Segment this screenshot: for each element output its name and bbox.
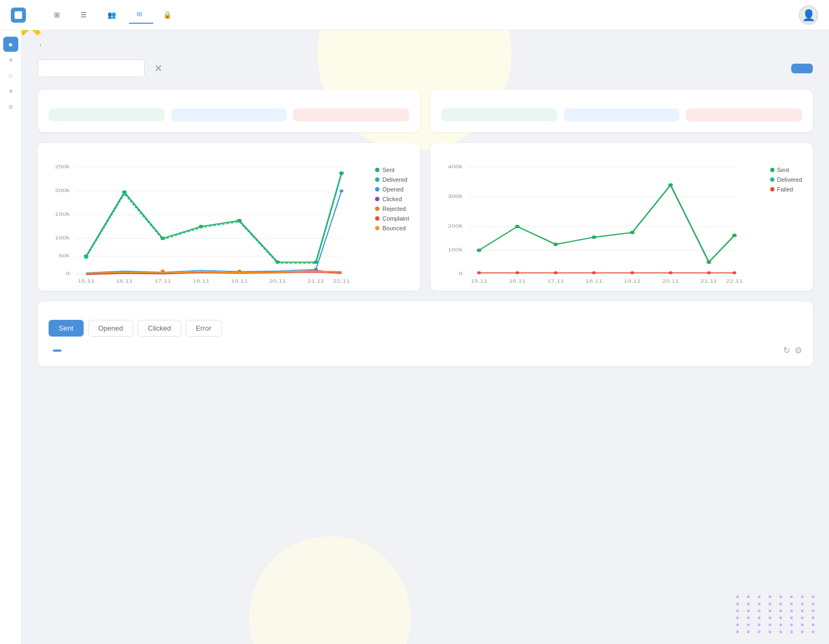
svg-point-66 — [707, 271, 711, 275]
settings-button[interactable]: ⚙ — [794, 345, 802, 355]
marketing-icon: ✉ — [137, 10, 142, 18]
svg-point-28 — [84, 256, 88, 259]
avatar[interactable]: 👤 — [799, 5, 818, 25]
email-chart-legend: Sent Delivered Opened Clicked — [375, 167, 409, 231]
svg-text:18.11: 18.11 — [193, 278, 209, 284]
dashboard-icon: ⊞ — [54, 11, 60, 19]
svg-point-54 — [553, 243, 558, 246]
date-filter-row: ✕ — [38, 59, 813, 77]
svg-point-63 — [592, 271, 596, 275]
svg-text:16.11: 16.11 — [509, 278, 526, 284]
sms-stats-section — [431, 90, 813, 132]
sms-chart-area: 400k 300k 200k 100k 0 15.11 16.11 — [441, 161, 802, 280]
refresh-button[interactable]: ↻ — [783, 345, 790, 355]
campaigns-badge — [53, 350, 62, 352]
sms-delivered-card — [564, 108, 680, 121]
tab-sent[interactable]: Sent — [49, 320, 84, 337]
svg-text:250k: 250k — [55, 163, 70, 169]
legend-rejected-label: Rejected — [382, 205, 405, 212]
nav-items: ⊞ ☰ 👥 ✉ 🔒 — [46, 6, 799, 24]
legend-rejected: Rejected — [375, 205, 409, 212]
svg-point-58 — [706, 261, 711, 264]
svg-point-64 — [630, 271, 634, 275]
sidebar-btn-notifications[interactable]: ● — [3, 37, 18, 52]
svg-point-31 — [339, 189, 343, 193]
svg-point-65 — [669, 271, 672, 275]
sidebar: ● ○ ≡ — [0, 30, 22, 644]
segments-icon: ☰ — [80, 11, 87, 19]
date-input[interactable] — [38, 59, 145, 77]
svg-text:22.11: 22.11 — [726, 278, 743, 284]
legend-opened: Opened — [375, 186, 409, 193]
navbar: ⊞ ☰ 👥 ✉ 🔒 👤 — [0, 0, 829, 30]
svg-text:400k: 400k — [448, 163, 463, 169]
sms-stat-cards — [441, 108, 802, 121]
email-chart-area: 250k 200k 150k 100k 50k 0 — [49, 161, 409, 280]
sidebar-btn-settings[interactable]: ○ — [3, 68, 18, 83]
legend-complaint: Complaint — [375, 215, 409, 222]
sms-legend-failed-label: Failed — [777, 186, 793, 193]
svg-text:15.11: 15.11 — [471, 278, 487, 284]
sidebar-divider — [9, 58, 12, 61]
tab-clicked[interactable]: Clicked — [138, 320, 181, 337]
email-failed-card — [293, 108, 409, 121]
leaderboard-section: Sent Opened Clicked Error ↻ ⚙ — [38, 302, 813, 366]
nav-item-segments[interactable]: ☰ — [73, 6, 98, 23]
svg-text:20.11: 20.11 — [662, 278, 679, 284]
breadcrumb: › — [38, 41, 813, 49]
svg-text:200k: 200k — [448, 223, 463, 229]
nav-item-dashboard[interactable]: ⊞ — [46, 6, 71, 23]
legend-sent: Sent — [375, 167, 409, 173]
sms-legend-delivered: Delivered — [770, 176, 802, 183]
sms-chart-legend: Sent Delivered Failed — [770, 167, 802, 193]
svg-text:19.11: 19.11 — [624, 278, 641, 284]
email-chart-section: 250k 200k 150k 100k 50k 0 — [38, 143, 420, 291]
legend-complaint-label: Complaint — [382, 215, 409, 222]
legend-sent-label: Sent — [382, 167, 395, 173]
tab-error[interactable]: Error — [186, 320, 222, 337]
svg-point-59 — [732, 234, 737, 237]
svg-text:21.11: 21.11 — [701, 278, 717, 284]
logo-icon — [11, 8, 26, 23]
sms-legend-sent-label: Sent — [777, 167, 790, 173]
sms-legend-sent: Sent — [770, 167, 802, 173]
email-sent-card — [49, 108, 165, 121]
sms-legend-failed: Failed — [770, 186, 802, 193]
svg-point-60 — [477, 271, 481, 275]
svg-point-33 — [237, 270, 241, 273]
main-content: › ✕ — [22, 30, 829, 644]
svg-point-29 — [123, 193, 126, 196]
svg-text:21.11: 21.11 — [308, 278, 324, 284]
tab-opened[interactable]: Opened — [88, 320, 133, 337]
svg-point-55 — [592, 236, 596, 239]
svg-text:150k: 150k — [55, 211, 70, 217]
clear-date-button[interactable]: ✕ — [150, 60, 167, 77]
svg-text:200k: 200k — [55, 187, 70, 193]
charts-grid: 250k 200k 150k 100k 50k 0 — [38, 143, 813, 291]
nav-item-marketing[interactable]: ✉ — [129, 6, 153, 24]
campaigns-header: ↻ ⚙ — [49, 345, 802, 355]
legend-bounced: Bounced — [375, 225, 409, 231]
leaderboard-tabs: Sent Opened Clicked Error — [49, 320, 802, 337]
sidebar-divider-2 — [9, 90, 12, 93]
sms-chart-svg: 400k 300k 200k 100k 0 15.11 16.11 — [441, 161, 802, 280]
legend-clicked-label: Clicked — [382, 196, 402, 202]
nav-item-security[interactable]: 🔒 — [155, 6, 182, 23]
svg-point-52 — [477, 249, 481, 252]
apply-button[interactable] — [791, 64, 813, 73]
svg-text:100k: 100k — [55, 235, 70, 241]
svg-text:15.11: 15.11 — [78, 278, 94, 284]
svg-text:50k: 50k — [59, 252, 70, 258]
svg-text:300k: 300k — [448, 193, 463, 199]
crm-icon: 👥 — [107, 11, 116, 19]
svg-text:100k: 100k — [448, 246, 463, 252]
svg-point-61 — [515, 271, 519, 275]
svg-point-67 — [732, 271, 736, 275]
navbar-right: 👤 — [799, 5, 818, 25]
sidebar-btn-menu[interactable]: ≡ — [3, 99, 18, 114]
nav-item-crm[interactable]: 👥 — [100, 6, 127, 23]
legend-clicked: Clicked — [375, 196, 409, 202]
legend-delivered-label: Delivered — [382, 176, 407, 183]
stats-grid — [38, 90, 813, 132]
logo — [11, 8, 30, 23]
